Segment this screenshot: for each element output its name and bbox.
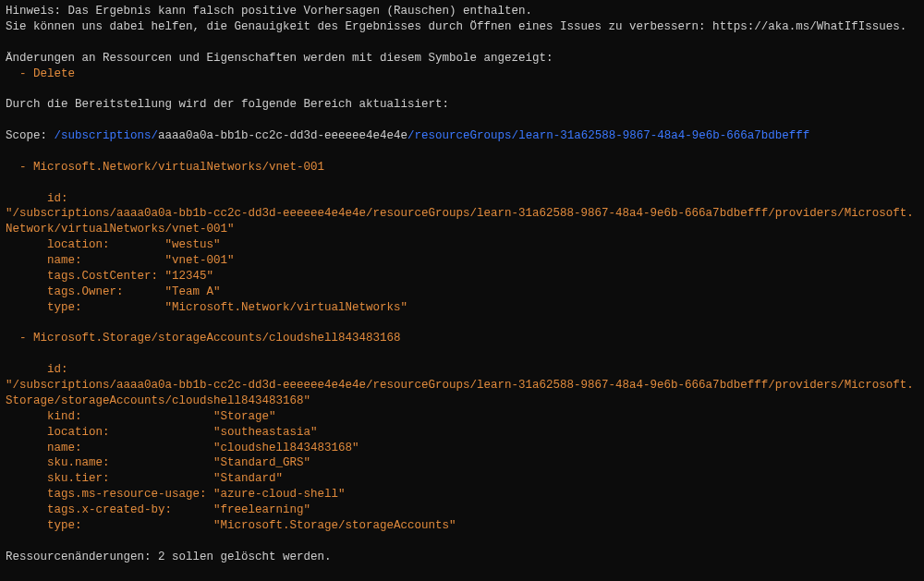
- resource-2-skutier: sku.tier: "Standard": [6, 471, 918, 487]
- resource-2-location: location: "southeastasia": [6, 425, 918, 441]
- resource-1-id: id:: [6, 191, 918, 207]
- resource-1-type: type: "Microsoft.Network/virtualNetworks…: [6, 300, 918, 316]
- scope-path-rg: /resourceGroups/: [407, 129, 518, 142]
- delete-label: Delete: [33, 67, 75, 80]
- resource-2-type: type: "Microsoft.Storage/storageAccounts…: [6, 518, 918, 534]
- hint-text-1: Hinweis: Das Ergebnis kann falsch positi…: [6, 5, 532, 18]
- resource-2-id: id:: [6, 362, 918, 378]
- resource-2-id-value: "/subscriptions/aaaa0a0a-bb1b-cc2c-dd3d-…: [6, 378, 918, 409]
- resource-2-kind: kind: "Storage": [6, 409, 918, 425]
- resource-1-id-value: "/subscriptions/aaaa0a0a-bb1b-cc2c-dd3d-…: [6, 206, 918, 237]
- resource-1-title: Microsoft.Network/virtualNetworks/vnet-0…: [33, 161, 324, 174]
- resource-1-owner: tags.Owner: "Team A": [6, 284, 918, 300]
- resource-2-header: - Microsoft.Storage/storageAccounts/clou…: [6, 331, 918, 346]
- scope-subscription-id: aaaa0a0a-bb1b-cc2c-dd3d-eeeeee4e4e4e: [158, 129, 407, 142]
- hint-line-2: Sie können uns dabei helfen, die Genauig…: [6, 19, 918, 35]
- resource-2-usage: tags.ms-resource-usage: "azure-cloud-she…: [6, 487, 918, 502]
- summary-line: Ressourcenänderungen: 2 sollen gelöscht …: [6, 550, 918, 565]
- symbol-delete: - Delete: [6, 67, 918, 82]
- scope-label: Scope:: [6, 129, 55, 142]
- changes-header: Änderungen an Ressourcen und Eigenschaft…: [6, 51, 918, 67]
- scope-path-sub: /subscriptions/: [55, 129, 159, 142]
- scope-rg-name: learn-31a62588-9867-48a4-9e6b-666a7bdbef…: [518, 129, 809, 142]
- scope-line: Scope: /subscriptions/aaaa0a0a-bb1b-cc2c…: [6, 128, 918, 144]
- resource-1-location: location: "westus": [6, 237, 918, 253]
- resource-2-createdby: tags.x-created-by: "freelearning": [6, 502, 918, 518]
- scope-intro: Durch die Bereitstellung wird der folgen…: [6, 97, 918, 113]
- hint-text-2: Sie können uns dabei helfen, die Genauig…: [6, 20, 906, 33]
- resource-2-title: Microsoft.Storage/storageAccounts/clouds…: [33, 332, 401, 345]
- resource-2-skuname: sku.name: "Standard_GRS": [6, 455, 918, 471]
- resource-2-name: name: "cloudshell843483168": [6, 441, 918, 456]
- hint-line-1: Hinweis: Das Ergebnis kann falsch positi…: [6, 4, 918, 19]
- resource-1-costcenter: tags.CostCenter: "12345": [6, 269, 918, 284]
- resource-1-name: name: "vnet-001": [6, 253, 918, 269]
- resource-1-header: - Microsoft.Network/virtualNetworks/vnet…: [6, 160, 918, 176]
